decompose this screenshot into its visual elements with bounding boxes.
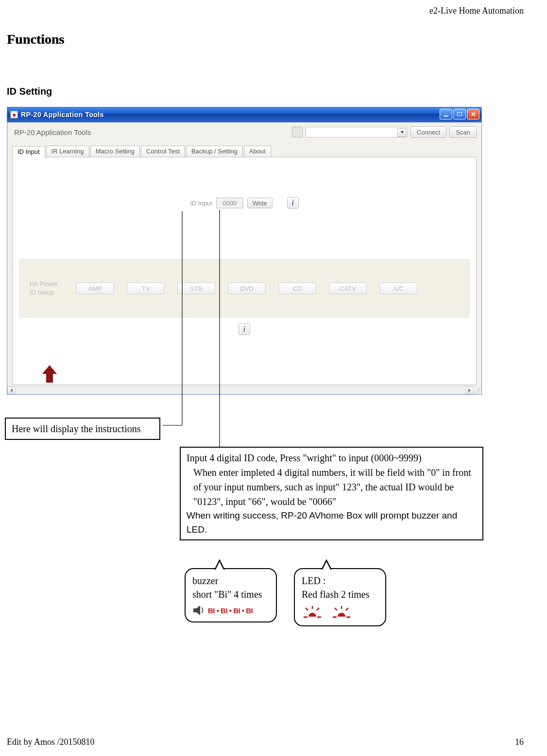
svg-line-12 [346, 608, 348, 610]
bubble-tail-icon [319, 559, 332, 570]
page: e2-Live Home Automation Functions ID Set… [0, 0, 547, 756]
speaker-icon [192, 605, 205, 616]
svg-line-7 [317, 608, 319, 610]
led-icon [331, 605, 352, 620]
svg-rect-3 [213, 570, 226, 571]
callout-instructions: Here will display the instructions [5, 418, 160, 440]
callout-id-line1: Input 4 digital ID code, Press "wright" … [187, 451, 477, 465]
led-line2: Red flash 2 times [302, 588, 378, 601]
tab-id-input[interactable]: ID Input [12, 146, 45, 157]
connector-lines [0, 0, 547, 756]
buzzer-sound-text: BI • BI • BI • BI [208, 605, 253, 616]
buzzer-line2: short "Bi" 4 times [192, 588, 269, 601]
bubble-tail-icon [212, 559, 225, 570]
footer-page: 16 [515, 737, 524, 747]
svg-line-6 [306, 608, 308, 610]
bubble-buzzer: buzzer short "Bi" 4 times BI • BI • BI •… [185, 568, 277, 622]
led-graphic [302, 605, 378, 620]
callout-id-line2: When enter impleted 4 digital numbers, i… [187, 465, 477, 509]
footer-edit: Edit by Amos /20150810 [7, 737, 95, 747]
led-line1: LED : [302, 574, 378, 588]
svg-line-11 [335, 608, 337, 610]
callout-id-line3: When writing success, RP-20 AVhome Box w… [187, 509, 477, 537]
callout-instructions-text: Here will display the instructions [12, 423, 141, 434]
buzzer-graphic: BI • BI • BI • BI [192, 605, 269, 616]
svg-rect-4 [320, 570, 333, 571]
callout-id-explain: Input 4 digital ID code, Press "wright" … [180, 447, 483, 540]
bubble-led: LED : Red flash 2 times [294, 568, 386, 626]
led-icon [302, 605, 323, 620]
buzzer-line1: buzzer [192, 574, 269, 588]
